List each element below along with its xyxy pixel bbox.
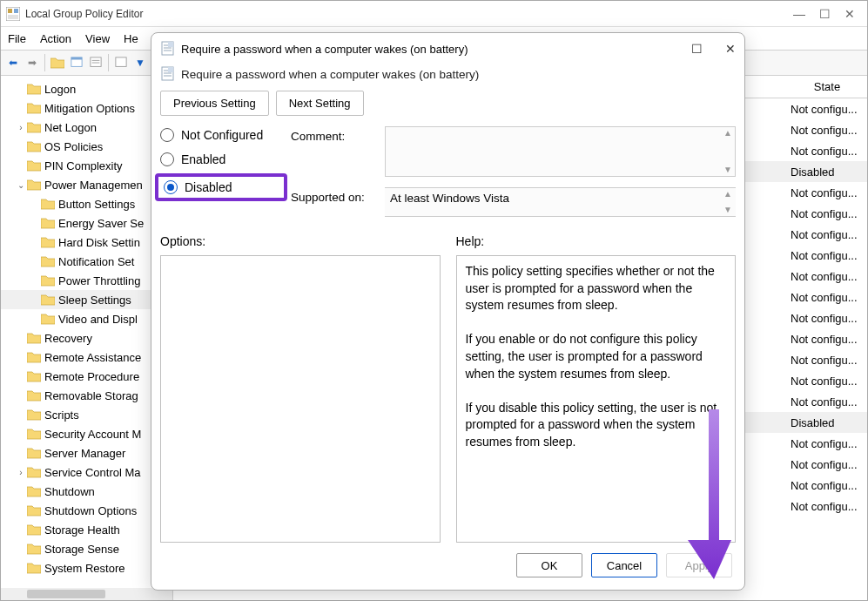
- folder-icon: [27, 562, 41, 574]
- radio-enabled[interactable]: Enabled: [160, 152, 282, 166]
- tree-item[interactable]: Shutdown Options: [1, 501, 172, 520]
- col-state[interactable]: State: [787, 80, 867, 93]
- tree-item[interactable]: Server Manager: [1, 443, 172, 463]
- supported-value-box: At least Windows Vista ▲ ▼: [385, 187, 736, 217]
- minimize-button[interactable]: —: [793, 7, 805, 21]
- radio-disabled-label: Disabled: [185, 180, 232, 194]
- radio-not-configured[interactable]: Not Configured: [160, 128, 282, 142]
- scroll-up-icon[interactable]: ▲: [723, 190, 734, 199]
- state-cell: Disabled: [787, 416, 867, 429]
- tree-item-label: System Restore: [44, 562, 124, 575]
- dialog-maximize-button[interactable]: ☐: [691, 42, 703, 56]
- folder-icon: [27, 447, 41, 459]
- state-cell: Not configu...: [787, 228, 867, 241]
- tree-item[interactable]: Storage Sense: [1, 539, 172, 558]
- tree-item[interactable]: Storage Health: [1, 520, 172, 539]
- dialog-icon: [160, 41, 176, 57]
- toolbar-item-1[interactable]: [49, 55, 66, 71]
- close-button[interactable]: ✕: [844, 7, 855, 21]
- previous-setting-button[interactable]: Previous Setting: [160, 91, 269, 116]
- tree-item[interactable]: Removable Storag: [1, 386, 172, 405]
- scroll-up-icon[interactable]: ▲: [723, 129, 732, 138]
- back-icon[interactable]: ⬅: [4, 55, 22, 71]
- tree-item[interactable]: Energy Saver Se: [1, 213, 172, 233]
- cancel-button[interactable]: Cancel: [591, 553, 657, 577]
- tree-item[interactable]: Mitigation Options: [1, 98, 172, 118]
- tree-item-label: Hard Disk Settin: [58, 236, 140, 249]
- tree-item[interactable]: Logon: [1, 79, 172, 98]
- horizontal-scrollbar[interactable]: [1, 588, 172, 600]
- next-setting-button[interactable]: Next Setting: [276, 91, 364, 116]
- chevron-icon[interactable]: ›: [15, 468, 27, 477]
- tree-item[interactable]: Sleep Settings: [1, 290, 172, 309]
- options-box: [160, 255, 441, 543]
- chevron-icon[interactable]: ⌄: [15, 180, 27, 190]
- tree-item-label: Notification Set: [58, 255, 134, 268]
- folder-icon: [41, 198, 55, 210]
- state-cell: Not configu...: [787, 312, 867, 325]
- tree-item[interactable]: Button Settings: [1, 194, 172, 213]
- toolbar-item-4[interactable]: [112, 55, 130, 71]
- tree-item[interactable]: OS Policies: [1, 137, 172, 156]
- tree-item-label: Recovery: [44, 332, 92, 345]
- menu-view[interactable]: View: [85, 32, 110, 45]
- tree-item[interactable]: ›Service Control Ma: [1, 463, 172, 482]
- folder-icon: [27, 332, 41, 344]
- scroll-down-icon[interactable]: ▼: [723, 206, 734, 214]
- menu-help[interactable]: He: [124, 32, 138, 45]
- ok-button[interactable]: OK: [516, 553, 582, 577]
- tree-item[interactable]: ⌄Power Managemen: [1, 175, 172, 194]
- tree-item[interactable]: Hard Disk Settin: [1, 233, 172, 252]
- toolbar-item-2[interactable]: [68, 55, 85, 71]
- folder-icon: [27, 409, 41, 421]
- state-cell: Not configu...: [787, 333, 867, 346]
- tree-item[interactable]: Remote Assistance: [1, 348, 172, 367]
- tree-item[interactable]: Video and Displ: [1, 309, 172, 328]
- state-cell: Disabled: [787, 165, 867, 179]
- state-cell: Not configu...: [787, 458, 867, 471]
- tree-item-label: PIN Complexity: [44, 159, 123, 172]
- folder-icon: [41, 255, 55, 267]
- policy-dialog: Require a password when a computer wakes…: [151, 32, 745, 591]
- tree-item[interactable]: Shutdown: [1, 482, 172, 501]
- maximize-button[interactable]: ☐: [819, 7, 831, 21]
- state-cell: Not configu...: [787, 186, 867, 199]
- scroll-down-icon[interactable]: ▼: [723, 165, 732, 174]
- tree-view[interactable]: LogonMitigation Options›Net LogonOS Poli…: [1, 76, 173, 600]
- folder-icon: [27, 351, 41, 363]
- tree-item[interactable]: Power Throttling: [1, 271, 172, 290]
- folder-icon: [27, 543, 41, 555]
- tree-item-label: Net Logon: [44, 121, 97, 134]
- tree-item-label: Storage Sense: [44, 543, 119, 556]
- options-label: Options:: [160, 234, 441, 248]
- tree-item[interactable]: Recovery: [1, 328, 172, 348]
- folder-icon: [41, 236, 55, 248]
- apply-button[interactable]: Apply: [666, 553, 732, 577]
- tree-item[interactable]: Scripts: [1, 405, 172, 424]
- folder-icon: [41, 294, 55, 306]
- app-icon: [6, 7, 20, 21]
- state-cell: Not configu...: [787, 249, 867, 262]
- forward-icon[interactable]: ➡: [24, 55, 41, 71]
- radio-disabled[interactable]: Disabled: [155, 173, 287, 201]
- toolbar-item-3[interactable]: [87, 55, 104, 71]
- comment-textarea[interactable]: ▲ ▼: [385, 126, 736, 177]
- state-cell: Not configu...: [787, 354, 867, 367]
- tree-item-label: Power Managemen: [44, 179, 143, 192]
- state-cell: Not configu...: [787, 437, 867, 450]
- toolbar-item-5[interactable]: ▼: [131, 55, 149, 71]
- tree-item[interactable]: System Restore: [1, 558, 172, 577]
- chevron-icon[interactable]: ›: [15, 123, 27, 132]
- menu-file[interactable]: File: [8, 32, 26, 45]
- tree-item[interactable]: Security Account M: [1, 424, 172, 443]
- tree-item[interactable]: Remote Procedure: [1, 367, 172, 386]
- tree-item[interactable]: PIN Complexity: [1, 156, 172, 175]
- menu-action[interactable]: Action: [40, 32, 71, 45]
- folder-icon: [27, 485, 41, 497]
- folder-icon: [27, 159, 41, 172]
- folder-icon: [27, 83, 41, 95]
- tree-item[interactable]: Notification Set: [1, 252, 172, 271]
- dialog-close-button[interactable]: ✕: [725, 42, 736, 56]
- policy-icon: [160, 66, 176, 82]
- tree-item[interactable]: ›Net Logon: [1, 118, 172, 137]
